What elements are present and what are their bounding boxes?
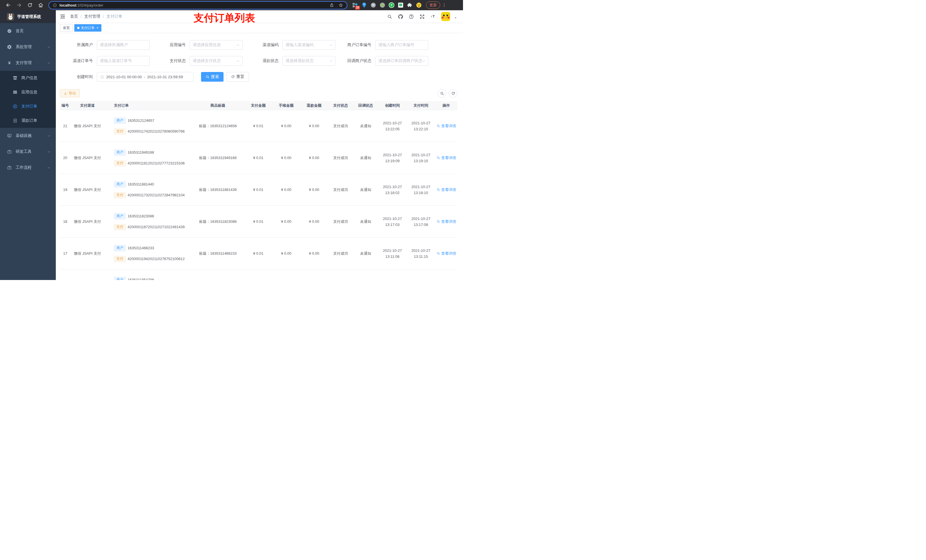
fontsize-icon[interactable]: TT bbox=[430, 14, 436, 20]
question-icon[interactable] bbox=[409, 14, 414, 20]
create-time-cell: 2021-10-2713:22:05 bbox=[378, 120, 407, 132]
svg-text:Y: Y bbox=[390, 3, 393, 7]
pay-order-cell: 商户1635311881440支付42000011732021102728479… bbox=[104, 181, 191, 199]
ext-emoji-icon[interactable] bbox=[416, 2, 422, 8]
ext-tampermonkey-icon[interactable]: 10 bbox=[352, 2, 358, 8]
tab-item[interactable]: 首页 bbox=[60, 24, 73, 32]
sidebar-item[interactable]: 基础设施 bbox=[0, 128, 56, 144]
chevron-down-icon bbox=[236, 59, 240, 63]
filter-select[interactable]: 请选择退款状态 bbox=[283, 56, 336, 66]
filter-select[interactable]: 请选择支付状态 bbox=[190, 56, 243, 66]
sidebar-item[interactable]: 工作流程 bbox=[0, 160, 56, 175]
pay-time-cell: 2021-10-2713:18:10 bbox=[407, 184, 435, 196]
github-icon[interactable] bbox=[398, 14, 403, 20]
column-header: 支付时间 bbox=[407, 103, 435, 108]
sidebar-subitem[interactable]: 应用信息 bbox=[0, 85, 56, 99]
page-content: 所属商户请选择所属商户应用编号请选择应用信息渠道编码请输入渠道编码商户订单编号请… bbox=[56, 33, 463, 280]
bookmark-star-icon[interactable] bbox=[339, 3, 343, 8]
ext-puzzle-icon[interactable] bbox=[407, 2, 413, 8]
info-icon[interactable] bbox=[53, 3, 57, 8]
pay-order-cell: 商户1635311468233支付42000011942021102767521… bbox=[104, 245, 191, 263]
pay-tag: 支付 bbox=[114, 224, 126, 230]
home-icon[interactable] bbox=[38, 2, 44, 8]
title-cell: 标题：1635311949168 bbox=[191, 155, 244, 160]
back-icon[interactable] bbox=[5, 2, 11, 8]
action-cell: 查看详情 bbox=[435, 251, 457, 256]
show-search-button[interactable] bbox=[438, 89, 446, 98]
close-icon[interactable]: × bbox=[97, 26, 98, 30]
url-bar[interactable]: localhost:1024/pay/order bbox=[48, 1, 347, 9]
svg-text:T: T bbox=[433, 15, 435, 18]
view-details-link[interactable]: 查看详情 bbox=[437, 219, 456, 224]
merchant-tag: 商户 bbox=[114, 118, 126, 124]
sidebar-item[interactable]: ¥支付管理 bbox=[0, 55, 56, 71]
date-range-input[interactable]: 2021-10-01 00:00:00 - 2021-10-31 23:59:5… bbox=[97, 72, 194, 82]
extensions: 10⌘Y bbox=[352, 2, 422, 8]
pay_status-cell: 支付成功 bbox=[328, 219, 353, 224]
merchant-order-line: 商户1635311881440 bbox=[114, 181, 154, 188]
view-details-link[interactable]: 查看详情 bbox=[437, 187, 456, 192]
ext-dot-icon[interactable] bbox=[379, 2, 386, 8]
date-text: 2021-10-27 bbox=[383, 216, 402, 222]
reset-button[interactable]: 重置 bbox=[226, 72, 249, 82]
app-logo[interactable]: 芋道管理系统 bbox=[0, 10, 56, 23]
filter-input[interactable]: 请选择所属商户 bbox=[97, 40, 150, 50]
url-host: localhost bbox=[59, 3, 76, 8]
sidebar-item[interactable]: 首页 bbox=[0, 23, 56, 39]
ext-command-icon: ⌘ bbox=[370, 2, 377, 8]
search-icon[interactable] bbox=[387, 14, 392, 20]
breadcrumb-item[interactable]: 支付订单 bbox=[106, 14, 123, 19]
briefcase-icon bbox=[7, 165, 12, 170]
merchant-order-no: 1635311881440 bbox=[127, 182, 154, 186]
search-icon bbox=[437, 156, 440, 160]
view-details-link[interactable]: 查看详情 bbox=[437, 251, 456, 256]
pikachu-avatar-icon[interactable] bbox=[441, 12, 450, 21]
reload-icon[interactable] bbox=[27, 2, 33, 8]
notify_status-cell: 未通知 bbox=[353, 251, 378, 256]
pay-order-line: 支付4200001181202110277723215336 bbox=[114, 160, 185, 167]
pay-time-cell: 2021-10-2713:22:15 bbox=[407, 120, 435, 132]
ext-balloon-icon[interactable] bbox=[361, 2, 367, 8]
view-details-link[interactable]: 查看详情 bbox=[437, 155, 456, 160]
sidebar-subitem[interactable]: 商户信息 bbox=[0, 71, 56, 85]
caret-down-icon[interactable] bbox=[454, 16, 457, 20]
id-cell: 18 bbox=[60, 219, 71, 223]
pay-order-cell: 商户1635312124657支付42000011742021102780605… bbox=[104, 117, 191, 135]
placeholder-text: 请选择订单回调商户状态 bbox=[378, 58, 422, 63]
ext-command-icon[interactable]: ⌘ bbox=[370, 2, 377, 8]
ext-yudao-icon[interactable]: Y bbox=[388, 2, 395, 8]
filter-select[interactable]: 请输入渠道编码 bbox=[283, 40, 336, 50]
date-text: 2021-10-27 bbox=[383, 120, 402, 126]
chevron-down-icon bbox=[47, 150, 51, 154]
sidebar-toggle-icon[interactable] bbox=[60, 14, 65, 20]
browser-update-button[interactable]: 更新 bbox=[426, 2, 440, 9]
ext-chat-icon[interactable] bbox=[398, 2, 404, 8]
browser-menu-icon[interactable] bbox=[442, 2, 446, 8]
yen-icon: ¥ bbox=[7, 60, 12, 65]
notify_status-cell: 未通知 bbox=[353, 124, 378, 128]
time-text: 13:18:02 bbox=[385, 190, 400, 196]
breadcrumb-item[interactable]: 支付管理 bbox=[84, 14, 100, 19]
filter-select[interactable]: 请选择订单回调商户状态 bbox=[375, 56, 428, 66]
sidebar-item[interactable]: 系统管理 bbox=[0, 39, 56, 55]
sidebar-subitem[interactable]: 退款订单 bbox=[0, 113, 56, 128]
share-icon[interactable] bbox=[330, 3, 334, 8]
view-details-link[interactable]: 查看详情 bbox=[437, 124, 456, 128]
search-button[interactable]: 搜索 bbox=[201, 72, 224, 82]
forward-icon[interactable] bbox=[16, 2, 22, 8]
filter-input[interactable]: 请输入商户订单编号 bbox=[375, 40, 428, 50]
fullscreen-icon[interactable] bbox=[419, 14, 425, 20]
sidebar-item[interactable]: 研发工具 bbox=[0, 144, 56, 160]
export-button[interactable]: 导出 bbox=[60, 89, 80, 97]
filter-input[interactable]: 请输入渠道订单号 bbox=[97, 56, 150, 66]
sidebar-subitem[interactable]: ¥支付订单 bbox=[0, 99, 56, 113]
tab-active[interactable]: 支付订单× bbox=[74, 24, 101, 32]
ext-dot-icon bbox=[379, 2, 386, 8]
breadcrumb-item[interactable]: 首页 bbox=[70, 14, 78, 19]
chevron-down-icon bbox=[329, 59, 333, 63]
refresh-table-button[interactable] bbox=[449, 89, 457, 98]
ext-puzzle-icon bbox=[407, 2, 413, 8]
pay-tag: 支付 bbox=[114, 128, 126, 134]
filter-select[interactable]: 请选择应用信息 bbox=[190, 40, 243, 50]
filter-label: 商户订单编号 bbox=[338, 42, 375, 48]
